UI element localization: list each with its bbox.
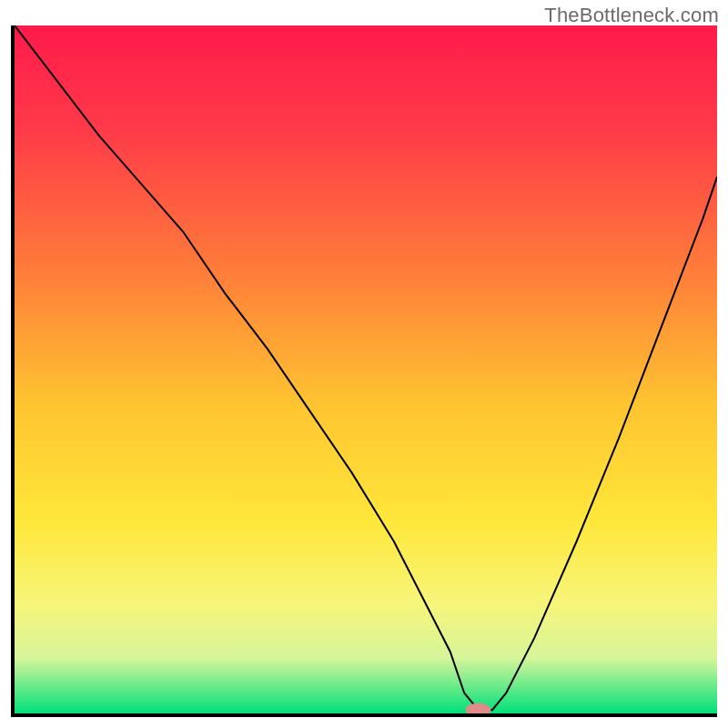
gradient-fill bbox=[15, 25, 717, 713]
plot-area bbox=[11, 25, 717, 717]
chart-container: TheBottleneck.com bbox=[0, 0, 728, 728]
chart-svg bbox=[15, 25, 717, 713]
watermark-text: TheBottleneck.com bbox=[544, 4, 719, 27]
